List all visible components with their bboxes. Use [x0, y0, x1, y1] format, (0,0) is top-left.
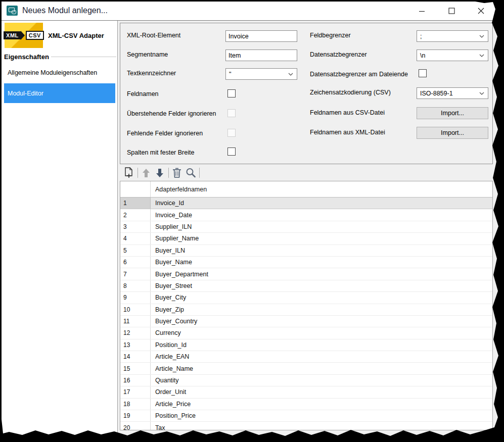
- import-csv-button[interactable]: Import...: [417, 107, 488, 119]
- row-number: 14: [120, 351, 151, 362]
- product-title: XML-CSV Adapter: [48, 32, 104, 39]
- table-row[interactable]: 7 Buyer_Department: [120, 268, 492, 280]
- zeichensatzkodierung-select[interactable]: ISO-8859-1: [417, 87, 488, 99]
- table-row[interactable]: 12 Currency: [120, 327, 492, 339]
- datensatzbegrenzer-value: \n: [420, 52, 425, 59]
- add-field-icon[interactable]: [123, 167, 135, 179]
- toolbar-separator: [199, 168, 200, 178]
- table-row[interactable]: 1 Invoice_Id: [120, 198, 492, 209]
- window-title: Neues Modul anlegen...: [22, 6, 108, 15]
- label-zeichensatzkodierung: Zeichensatzkodierung (CSV): [310, 89, 391, 96]
- table-row[interactable]: 8 Buyer_Street: [120, 280, 492, 292]
- sidebar-item-label: Allgemeine Moduleigenschaften: [8, 69, 97, 76]
- table-row[interactable]: 11 Buyer_Country: [120, 316, 492, 327]
- row-fieldname: Supplier_Name: [151, 235, 492, 242]
- datensatzbegrenzer-select[interactable]: \n: [417, 50, 488, 61]
- table-row[interactable]: 4 Supplier_Name: [120, 233, 492, 244]
- label-spalten-feste-breite: Spalten mit fester Breite: [127, 149, 194, 156]
- move-up-icon: [140, 167, 152, 179]
- delete-icon[interactable]: [171, 167, 183, 179]
- spalten-feste-breite-checkbox[interactable]: [227, 148, 236, 156]
- row-fieldname: Article_Name: [151, 365, 492, 372]
- row-number: 20: [120, 422, 151, 430]
- table-row[interactable]: 18 Article_Price: [120, 399, 492, 410]
- fields-toolbar: [123, 166, 202, 179]
- dialog-neues-modul-anlegen: Neues Modul anlegen... XML CSV XML-CSV A…: [0, 0, 504, 442]
- feldnamen-checkbox[interactable]: [227, 89, 236, 97]
- table-row[interactable]: 17 Order_Unit: [120, 386, 492, 398]
- row-number: 4: [120, 233, 151, 244]
- adapterfeldnamen-header: Adapterfeldnamen: [151, 186, 492, 193]
- row-number: 10: [120, 304, 151, 315]
- import-csv-label: Import...: [441, 110, 464, 117]
- chevron-down-icon: [479, 35, 484, 38]
- sidebar-item-label: Modul-Editor: [8, 90, 43, 97]
- label-feldbegrenzer: Feldbegrenzer: [310, 32, 351, 39]
- row-number: 13: [120, 339, 151, 351]
- row-fieldname: Currency: [151, 329, 492, 336]
- table-row[interactable]: 6 Buyer_Name: [120, 257, 492, 268]
- row-number: 1: [120, 198, 151, 209]
- label-datensatzbegrenzer-dateiende: Datensatzbegrenzer am Dateiende: [310, 71, 408, 78]
- import-xml-button[interactable]: Import...: [417, 127, 488, 139]
- label-fehlende-felder: Fehlende Felder ignorieren: [127, 130, 203, 137]
- row-number: 5: [120, 245, 151, 256]
- table-row[interactable]: 16 Quantity: [120, 375, 492, 386]
- row-number: 11: [120, 316, 151, 327]
- search-icon[interactable]: [185, 167, 197, 179]
- row-fieldname: Buyer_Country: [151, 318, 492, 325]
- table-body: 1 Invoice_Id 2 Invoice_Date 3 Supplier_I…: [120, 198, 492, 430]
- segmentname-input[interactable]: [225, 50, 297, 61]
- toolbar-separator: [138, 168, 138, 178]
- row-fieldname: Quantity: [151, 377, 492, 384]
- row-number: 19: [120, 410, 151, 421]
- section-eigenschaften: Eigenschaften: [4, 53, 116, 61]
- table-row[interactable]: 2 Invoice_Date: [120, 209, 492, 221]
- row-number: 17: [120, 386, 151, 398]
- close-button[interactable]: [470, 2, 492, 20]
- table-row[interactable]: 5 Buyer_ILN: [120, 245, 492, 257]
- move-down-icon[interactable]: [154, 167, 166, 179]
- sidebar: XML CSV XML-CSV Adapter Eigenschaften Al…: [2, 21, 117, 442]
- chevron-down-icon: [479, 92, 484, 95]
- toolbar-separator: [168, 168, 169, 178]
- chevron-down-icon: [288, 73, 293, 76]
- feldbegrenzer-select[interactable]: ;: [417, 30, 488, 42]
- table-row[interactable]: 14 Article_EAN: [120, 351, 492, 363]
- row-fieldname: Buyer_Zip: [151, 306, 492, 313]
- xml-root-element-input[interactable]: [225, 30, 297, 42]
- sidebar-separator: [117, 21, 118, 442]
- feldbegrenzer-value: ;: [420, 33, 422, 40]
- datensatzbegrenzer-dateiende-checkbox[interactable]: [419, 69, 427, 77]
- row-fieldname: Position_Id: [151, 341, 492, 349]
- module-settings-groupbox: XML-Root-Element Segmentname Textkennzei…: [120, 23, 493, 164]
- row-fieldname: Buyer_Street: [151, 282, 492, 289]
- row-fieldname: Article_Price: [151, 401, 492, 408]
- table-row[interactable]: 3 Supplier_ILN: [120, 221, 492, 233]
- maximize-button[interactable]: [440, 2, 463, 20]
- row-fieldname: Position_Price: [151, 412, 492, 419]
- table-row[interactable]: 20 Tax: [120, 422, 492, 430]
- title-bar: Neues Modul anlegen...: [2, 2, 499, 20]
- table-row[interactable]: 15 Article_Name: [120, 363, 492, 374]
- table-row[interactable]: 13 Position_Id: [120, 339, 492, 351]
- table-row[interactable]: 10 Buyer_Zip: [120, 304, 492, 316]
- logo-csv-badge: CSV: [26, 31, 44, 40]
- textkennzeichner-select[interactable]: ": [225, 68, 297, 80]
- textkennzeichner-value: ": [229, 71, 231, 78]
- sidebar-item-allgemeine-moduleigenschaften[interactable]: Allgemeine Moduleigenschaften: [4, 65, 115, 80]
- row-number: 2: [120, 209, 151, 220]
- row-number-header: [120, 181, 151, 197]
- sidebar-item-modul-editor[interactable]: Modul-Editor: [4, 83, 115, 103]
- label-xml-root-element: XML-Root-Element: [127, 32, 180, 39]
- label-feldnamen-xml-datei: Feldnamen aus XML-Datei: [310, 129, 385, 136]
- row-fieldname: Order_Unit: [151, 388, 492, 396]
- row-number: 8: [120, 280, 151, 291]
- table-row[interactable]: 9 Buyer_City: [120, 292, 492, 304]
- label-datensatzbegrenzer: Datensatzbegrenzer: [310, 51, 367, 58]
- zeichensatzkodierung-value: ISO-8859-1: [420, 90, 453, 97]
- minimize-button[interactable]: [411, 2, 433, 20]
- row-fieldname: Buyer_ILN: [151, 247, 492, 254]
- adapter-fields-table: Adapterfeldnamen 1 Invoice_Id 2 Invoice_…: [120, 181, 493, 430]
- table-row[interactable]: 19 Position_Price: [120, 410, 492, 422]
